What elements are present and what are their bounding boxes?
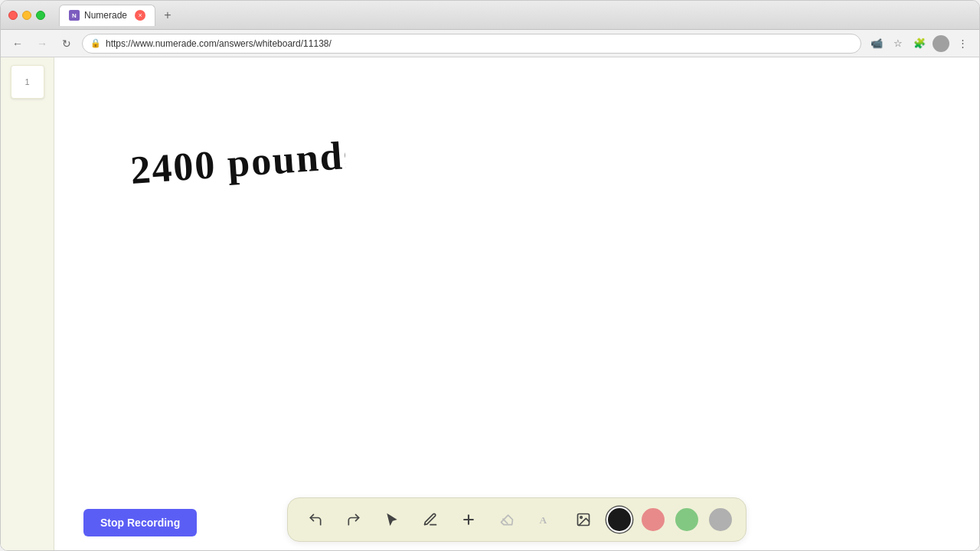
forward-button[interactable]: → (33, 34, 51, 53)
handwritten-annotation: 2400 pounds (130, 130, 347, 205)
redo-icon (346, 512, 361, 527)
eraser-button[interactable] (493, 506, 521, 533)
account-button[interactable] (932, 34, 950, 53)
color-black-button[interactable] (608, 508, 631, 531)
color-pink-button[interactable] (642, 508, 665, 531)
close-window-button[interactable] (8, 11, 18, 20)
add-icon (461, 512, 476, 527)
eraser-icon (499, 512, 514, 527)
refresh-button[interactable]: ↻ (57, 34, 76, 53)
bookmark-button[interactable]: ☆ (889, 34, 907, 53)
text-icon: A (537, 512, 553, 527)
nav-bar: ← → ↻ 🔒 https://www.numerade.com/answers… (1, 30, 979, 57)
traffic-lights (8, 11, 45, 20)
svg-point-5 (580, 517, 583, 519)
avatar (933, 35, 949, 52)
undo-icon (308, 512, 323, 527)
add-button[interactable] (455, 506, 482, 533)
tab-bar: N Numerade × + (59, 5, 972, 26)
cast-button[interactable]: 📹 (867, 34, 886, 53)
extensions-button[interactable]: 🧩 (910, 34, 929, 53)
svg-text:A: A (540, 514, 547, 526)
toolbar-wrap: Stop Recording (54, 489, 979, 550)
cursor-icon (384, 512, 400, 527)
lock-icon: 🔒 (90, 38, 101, 48)
stop-recording-button[interactable]: Stop Recording (83, 509, 197, 536)
text-button[interactable]: A (531, 506, 559, 533)
handwritten-svg: 2400 pounds (130, 130, 347, 199)
drawing-toolbar: A (287, 497, 746, 542)
pen-button[interactable] (416, 506, 444, 533)
redo-button[interactable] (340, 506, 368, 533)
minimize-window-button[interactable] (22, 11, 31, 20)
page-number: 1 (24, 77, 29, 86)
tab-favicon: N (69, 10, 80, 21)
new-tab-button[interactable]: + (158, 6, 177, 24)
active-tab[interactable]: N Numerade × (59, 5, 155, 26)
back-button[interactable]: ← (8, 34, 27, 53)
menu-button[interactable]: ⋮ (953, 34, 972, 53)
tab-title: Numerade (84, 10, 127, 21)
browser-window: N Numerade × + ← → ↻ 🔒 https://www.numer… (0, 0, 980, 551)
tab-close-button[interactable]: × (135, 10, 145, 21)
main-content: 1 2400 pounds Stop Recording (1, 57, 979, 550)
svg-text:2400 pounds: 2400 pounds (130, 132, 347, 192)
color-green-button[interactable] (675, 508, 698, 531)
image-icon (576, 512, 591, 527)
url-text: https://www.numerade.com/answers/whitebo… (106, 38, 332, 49)
address-bar[interactable]: 🔒 https://www.numerade.com/answers/white… (82, 34, 861, 54)
maximize-window-button[interactable] (36, 11, 45, 20)
canvas-area[interactable]: 2400 pounds Stop Recording (54, 57, 979, 550)
page-sidebar: 1 (1, 57, 54, 550)
title-bar: N Numerade × + (1, 1, 979, 30)
nav-actions: 📹 ☆ 🧩 ⋮ (867, 34, 972, 53)
image-button[interactable] (570, 506, 597, 533)
color-gray-button[interactable] (709, 508, 732, 531)
undo-button[interactable] (302, 506, 329, 533)
pen-icon (423, 512, 438, 527)
select-button[interactable] (378, 506, 406, 533)
page-thumb-1[interactable]: 1 (11, 65, 44, 99)
